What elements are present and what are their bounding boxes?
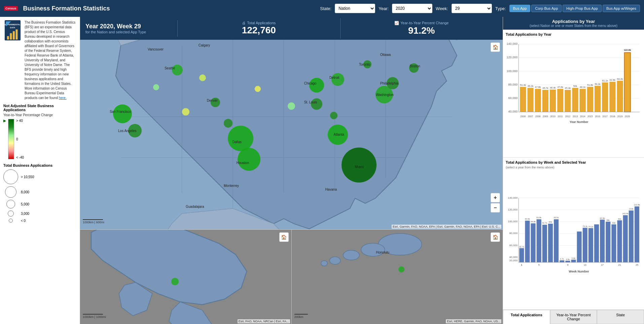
- svg-text:90.6k: 90.6k: [525, 218, 530, 220]
- svg-text:140,000: 140,000: [508, 196, 518, 199]
- bubble-stlouis-area: [288, 102, 295, 110]
- svg-text:9: 9: [567, 264, 568, 266]
- bubble-central1: [255, 86, 261, 92]
- hawaii-map-home-button[interactable]: 🏠: [491, 232, 500, 242]
- zoom-out-button[interactable]: −: [491, 203, 500, 213]
- svg-text:1: 1: [521, 264, 522, 266]
- circle-shape-tiny: [9, 219, 13, 223]
- year-bar-2020: [624, 53, 631, 112]
- svg-text:2017: 2017: [602, 115, 608, 118]
- tab-total-applications[interactable]: Total Applications: [503, 310, 550, 324]
- bubble-toronto: [363, 60, 371, 68]
- bottom-maps: 🏠 Esri, FAO, NOAA, NRCan | Esri, FA... 1…: [80, 230, 503, 324]
- week-bar-20: [623, 215, 628, 262]
- week-bar-3: [531, 223, 536, 262]
- svg-text:84k: 84k: [549, 221, 552, 223]
- tab-state[interactable]: State: [597, 310, 644, 324]
- color-legend: ▶ > 40 0 < -40: [3, 119, 76, 159]
- svg-text:100,000: 100,000: [507, 69, 518, 73]
- yoy-label: 📈 Year-to-Year Percent Change: [394, 21, 449, 25]
- by-week-subtitle: (select a year from the menu above): [506, 166, 641, 169]
- svg-point-22: [321, 261, 327, 266]
- right-panel: Applications by Year (select Nation or o…: [503, 17, 644, 324]
- svg-text:45.7k: 45.7k: [542, 87, 548, 89]
- year-select[interactable]: 2020 2019 2018: [392, 4, 432, 13]
- bubble-houston: [238, 148, 260, 171]
- alaska-map[interactable]: 🏠 Esri, FAO, NOAA, NRCan | Esri, FA... 1…: [80, 230, 292, 324]
- header-controls: State: Nation Alabama Alaska Year: 2020 …: [320, 4, 640, 13]
- svg-text:30.7k: 30.7k: [519, 246, 525, 248]
- main-map-home-button[interactable]: 🏠: [491, 42, 500, 52]
- year-label: Year:: [379, 6, 389, 11]
- here-link[interactable]: here.: [59, 96, 67, 100]
- svg-text:25: 25: [636, 264, 638, 266]
- alaska-map-home-button[interactable]: 🏠: [279, 232, 289, 242]
- week-label: Week:: [436, 6, 448, 11]
- svg-text:51.8k: 51.8k: [587, 84, 593, 86]
- svg-text:Week Number: Week Number: [569, 270, 589, 273]
- svg-text:80,000: 80,000: [509, 232, 518, 235]
- year-chart-container: 140,000 120,000 100,000 80,000 60,000 40…: [506, 38, 641, 145]
- svg-text:62.8k: 62.8k: [610, 79, 616, 81]
- week-bar-5: [542, 225, 547, 262]
- svg-text:40,000: 40,000: [508, 110, 518, 113]
- week-bar-21: [629, 210, 634, 262]
- svg-text:2016: 2016: [595, 115, 600, 118]
- svg-text:81.7k: 81.7k: [542, 222, 547, 224]
- week-bar-1: [519, 248, 524, 262]
- by-year-subtitle: (select Nation or one or more States fro…: [507, 24, 640, 28]
- circle-legend-title: Total Business Applications: [3, 163, 76, 167]
- svg-text:47.6k: 47.6k: [535, 86, 541, 88]
- bubble-philly: [387, 77, 399, 89]
- hawaii-map[interactable]: Honolulu 🏠 Esri, HERE, Garmin, FAO, NOAA…: [292, 230, 503, 324]
- circle-shape-large: [3, 169, 18, 184]
- year-chart-section: Total Applications by Year 140,000 120,0…: [503, 30, 644, 158]
- total-apps-by-week-title: Total Applications by Week and Selected …: [506, 160, 641, 164]
- type-btn-busapp[interactable]: Bus App: [509, 5, 531, 12]
- type-btn-corpbusapp[interactable]: Corp Bus App: [531, 5, 562, 12]
- year-bar-2011: [557, 89, 563, 112]
- week-bar-7: [554, 219, 559, 262]
- tab-yoy-percent-change[interactable]: Year-to-Year Percent Change: [550, 310, 597, 324]
- state-select[interactable]: Nation Alabama Alaska: [335, 4, 375, 13]
- center-content: Year 2020, Week 29 for the Nation and se…: [80, 17, 503, 324]
- circle-shape-small: [6, 200, 15, 208]
- week-bar-8: [560, 260, 564, 262]
- type-btn-highprop[interactable]: High-Prop Bus App: [563, 5, 602, 12]
- svg-text:50k: 50k: [573, 85, 577, 87]
- svg-text:2018: 2018: [610, 115, 615, 118]
- week-bar-19: [617, 220, 622, 262]
- bottom-tabs: Total Applications Year-to-Year Percent …: [503, 310, 644, 324]
- stats-year-week: Year 2020, Week 29: [85, 23, 172, 30]
- bubble-miami: [342, 148, 377, 183]
- svg-text:3.5k: 3.5k: [566, 258, 570, 260]
- circle-item-1: > 10,550: [3, 169, 76, 184]
- svg-text:64.2k: 64.2k: [617, 78, 623, 80]
- svg-text:122.8k: 122.8k: [624, 49, 631, 51]
- year-bar-2012: [565, 90, 571, 112]
- bubble-atlanta: [328, 125, 348, 145]
- svg-text:88k: 88k: [606, 219, 610, 221]
- map-area: Seattle San Francisco Los Angeles Denver…: [80, 40, 503, 324]
- hawaii-scale: 200km: [294, 314, 308, 319]
- year-bar-2007: [527, 88, 533, 112]
- svg-text:2019: 2019: [617, 115, 623, 118]
- bubble-la: [128, 124, 142, 137]
- bubble-hawaii: [398, 266, 404, 272]
- bubble-mid-east: [330, 112, 337, 119]
- svg-text:80,000: 80,000: [508, 83, 518, 86]
- svg-text:48.1k: 48.1k: [580, 86, 586, 88]
- svg-text:2008: 2008: [535, 115, 541, 118]
- svg-text:17: 17: [601, 264, 604, 266]
- svg-text:47.6k: 47.6k: [558, 86, 564, 88]
- zoom-in-button[interactable]: +: [491, 193, 500, 202]
- week-bar-12: [577, 231, 582, 262]
- bubble-denver: [211, 98, 220, 107]
- main-map[interactable]: Seattle San Francisco Los Angeles Denver…: [80, 40, 503, 230]
- svg-text:140,000: 140,000: [507, 42, 518, 45]
- week-select[interactable]: 29: [452, 4, 492, 13]
- svg-rect-6: [16, 29, 18, 39]
- svg-text:2014: 2014: [580, 115, 585, 118]
- type-btn-weges[interactable]: Bus App w/Weges: [603, 5, 640, 12]
- applications-by-year-title: Applications by Year: [507, 19, 640, 24]
